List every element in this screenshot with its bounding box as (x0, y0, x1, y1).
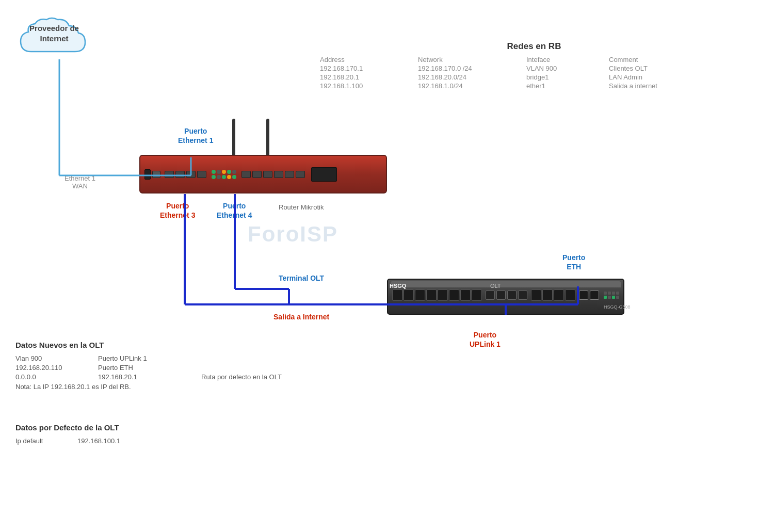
datos-nuevos-section: Datos Nuevos en la OLT Vlan 900 Puerto U… (15, 341, 325, 391)
olt-sfp-9 (531, 289, 541, 301)
olt-ports-row (388, 287, 623, 303)
olt-sfp-10 (542, 289, 553, 301)
olt-brand-label: HSGQ (390, 283, 406, 289)
router-label: Router Mikrotik (279, 202, 324, 212)
olt-sfp-5 (438, 289, 448, 301)
led-8 (222, 175, 226, 179)
router-port-eth8 (274, 171, 283, 178)
router-antennas (232, 119, 269, 157)
datos-defecto-grid: Ip default 192.168.100.1 (15, 437, 222, 445)
port-eth4-label: Puerto Ethernet 4 (217, 201, 252, 220)
row1-comment: Clientes OLT (609, 65, 712, 72)
col-header-address: Address (320, 56, 413, 63)
olt-sfp-12 (565, 289, 575, 301)
datos-nuevos-title: Datos Nuevos en la OLT (15, 341, 325, 349)
datos-defecto-title: Datos por Defecto de la OLT (15, 423, 222, 432)
olt-sfp-11 (554, 289, 564, 301)
router-port-eth4 (197, 171, 206, 178)
port-eth1-label: Puerto Ethernet 1 (178, 126, 213, 145)
row1-address: 192.168.170.1 (320, 65, 413, 72)
router-port-eth7 (263, 171, 272, 178)
col-header-interface: Inteface (526, 56, 604, 63)
dn-row3-col3: Ruta por defecto en la OLT (201, 373, 325, 381)
dn-row1-col2: Puerto UPLink 1 (98, 354, 201, 362)
dn-row2-col3 (201, 364, 325, 372)
router-port-eth1 (165, 171, 174, 178)
olt-sfp-4 (426, 289, 437, 301)
port-uplink-label: Puerto UPLink 1 (470, 330, 501, 349)
led-10 (232, 175, 236, 179)
olt-sfp-7 (460, 289, 471, 301)
olt-sfp-2 (404, 289, 414, 301)
olt-top-label: OLT (490, 283, 501, 289)
dn-row3-col2: 192.168.20.1 (98, 373, 201, 381)
cloud-label: Proveedor de Internet (15, 23, 93, 43)
router-port-eth5 (241, 171, 251, 178)
internet-provider-cloud: Proveedor de Internet (15, 15, 93, 72)
olt-sfp-6 (449, 289, 459, 301)
row2-network: 192.168.20.0/24 (418, 73, 521, 81)
dd-row1-col2: 192.168.100.1 (77, 437, 155, 445)
row3-interface: ether1 (526, 82, 604, 90)
row3-network: 192.168.1.0/24 (418, 82, 521, 90)
row2-comment: LAN Admin (609, 73, 712, 81)
router-port-eth9 (285, 171, 294, 178)
row2-interface: bridge1 (526, 73, 604, 81)
dn-row1-col3 (201, 354, 325, 362)
row1-interface: VLAN 900 (526, 65, 604, 72)
row3-address: 192.168.1.100 (320, 82, 413, 90)
row2-address: 192.168.20.1 (320, 73, 413, 81)
led-2 (217, 170, 221, 174)
dn-row1-col1: Vlan 900 (15, 354, 98, 362)
led-5 (232, 170, 236, 174)
redes-rb-section: Redes en RB Address Network Inteface Com… (320, 41, 748, 90)
led-1 (212, 170, 216, 174)
led-9 (227, 175, 231, 179)
olt-rj45-3 (507, 291, 517, 300)
olt-rj45-1 (486, 291, 495, 300)
led-7 (217, 175, 221, 179)
antenna-left (232, 119, 235, 157)
olt-eth-uplink-2 (590, 291, 599, 300)
dn-row2-col1: 192.168.20.110 (15, 364, 98, 372)
eth1-wan-label: Ethernet 1 WAN (64, 174, 95, 190)
port-eth-label: Puerto ETH (562, 253, 585, 271)
dn-row3-col1: 0.0.0.0 (15, 373, 98, 381)
antenna-right (266, 119, 269, 157)
row3-comment: Salida a internet (609, 82, 712, 90)
led-3 (222, 170, 226, 174)
port-eth3-label: Puerto Ethernet 3 (160, 201, 195, 220)
olt-rj45-4 (518, 291, 527, 300)
router-port-eth2 (175, 171, 185, 178)
router-mikrotik (139, 155, 387, 194)
row1-network: 192.168.170.0 /24 (418, 65, 521, 72)
col-header-comment: Comment (609, 56, 712, 63)
olt-sfp-3 (415, 289, 425, 301)
col-header-network: Network (418, 56, 521, 63)
olt-top-bar (391, 281, 621, 287)
datos-nuevos-grid: Vlan 900 Puerto UPLink 1 192.168.20.110 … (15, 354, 325, 381)
datos-nuevos-note: Nota: La IP 192.168.20.1 es IP del RB. (15, 383, 325, 391)
olt-rj45-2 (496, 291, 506, 300)
olt-model-label: HSGQ-G508 (604, 304, 631, 310)
terminal-olt-label: Terminal OLT (279, 273, 324, 283)
led-6 (212, 175, 216, 179)
dn-row2-col2: Puerto ETH (98, 364, 201, 372)
datos-defecto-section: Datos por Defecto de la OLT Ip default 1… (15, 423, 222, 445)
router-port-eth3 (186, 171, 196, 178)
redes-rb-grid: Address Network Inteface Comment 192.168… (320, 56, 748, 90)
dd-row1-col1: Ip default (15, 437, 77, 445)
olt-sfp-1 (392, 289, 402, 301)
olt-sfp-8 (472, 289, 482, 301)
watermark: ForoISP (248, 222, 338, 247)
salida-internet-label: Salida a Internet (273, 312, 329, 321)
redes-rb-title: Redes en RB (320, 41, 748, 52)
router-port-eth10 (296, 171, 305, 178)
router-port-eth6 (252, 171, 262, 178)
olt-eth-uplink-1 (579, 291, 588, 300)
olt-device (387, 279, 624, 315)
led-4 (227, 170, 231, 174)
